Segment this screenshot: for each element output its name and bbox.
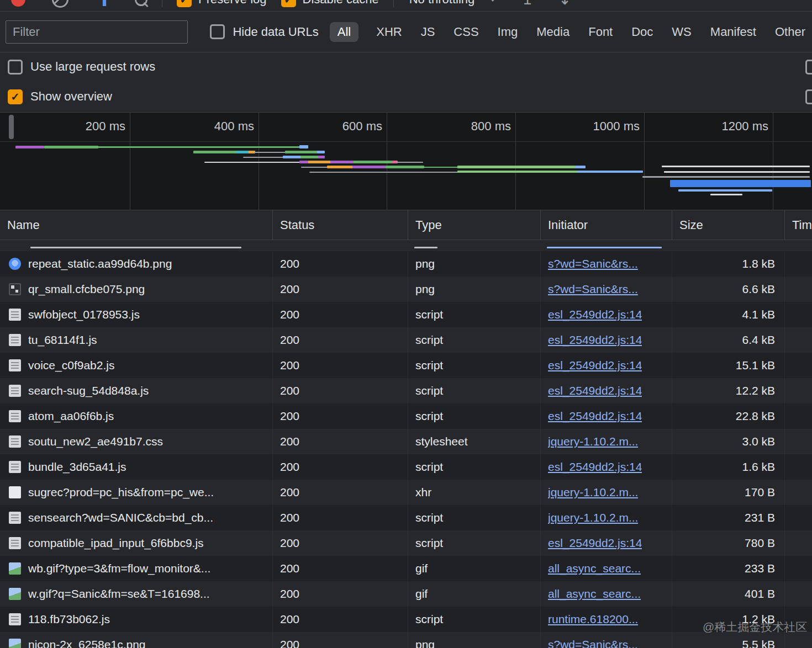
network-request-row[interactable]: search-sug_54d848a.js 200 script esl_254… — [0, 378, 812, 403]
overview[interactable]: 200 ms400 ms600 ms800 ms1000 ms1200 ms — [0, 112, 812, 210]
waterfall-bar — [642, 176, 810, 178]
request-time — [784, 353, 812, 378]
initiator-link[interactable]: esl_2549dd2.js:14 — [548, 460, 642, 474]
network-request-row[interactable]: w.gif?q=Sanic&fm=se&T=161698... 200 gif … — [0, 581, 812, 607]
initiator-link[interactable]: s?wd=Sanic&rs... — [548, 283, 638, 296]
file-type-icon — [9, 562, 21, 575]
network-request-row[interactable]: bundle_3d65a41.js 200 script esl_2549dd2… — [0, 454, 812, 480]
clear-icon[interactable] — [52, 0, 68, 8]
throttling-dropdown[interactable]: No throttling — [409, 0, 497, 7]
network-request-row[interactable]: swfobject_0178953.js 200 script esl_2549… — [0, 302, 812, 327]
file-type-icon — [9, 410, 21, 422]
network-request-row[interactable]: atom_aa06f6b.js 200 script esl_2549dd2.j… — [0, 403, 812, 429]
disable-cache-checkbox[interactable] — [281, 0, 296, 7]
column-header-tim[interactable]: Tim — [784, 210, 812, 240]
initiator-link[interactable]: s?wd=Sanic&rs... — [548, 638, 638, 648]
filter-bar: Hide data URLs AllXHRJSCSSImgMediaFontDo… — [0, 12, 812, 52]
overview-gridline — [773, 113, 773, 210]
network-request-row[interactable]: 118.fb73b062.js 200 script runtime.61820… — [0, 607, 812, 632]
file-type-icon — [9, 435, 21, 448]
filter-pill-img[interactable]: Img — [497, 22, 519, 42]
request-initiator-cell: s?wd=Sanic&rs... — [540, 251, 672, 277]
filter-input[interactable] — [6, 20, 188, 44]
waterfall-bar — [457, 166, 580, 168]
waterfall-bar — [299, 145, 308, 148]
request-type: script — [408, 302, 540, 327]
filter-pill-ws[interactable]: WS — [671, 22, 692, 42]
network-request-row[interactable]: sensearch?wd=SANIC&cb=bd_cb... 200 scrip… — [0, 505, 812, 530]
waterfall-bar — [317, 151, 325, 153]
overview-scroll-handle[interactable] — [9, 115, 14, 139]
request-name-cell: compatible_ipad_input_6f6bbc9.js — [0, 530, 272, 556]
record-button[interactable] — [11, 0, 25, 7]
filter-pill-manifest[interactable]: Manifest — [709, 22, 757, 42]
column-header-initiator[interactable]: Initiator — [540, 210, 672, 240]
initiator-link[interactable]: esl_2549dd2.js:14 — [548, 384, 642, 397]
import-har-icon[interactable]: ↥ — [521, 0, 534, 7]
initiator-link[interactable]: runtime.618200... — [548, 613, 638, 626]
preserve-log-checkbox[interactable] — [177, 0, 192, 7]
file-type-icon — [9, 486, 21, 498]
request-name: nicon-2x_6258e1c.png — [28, 638, 146, 648]
search-icon[interactable] — [135, 0, 147, 6]
initiator-link[interactable]: esl_2549dd2.js:14 — [548, 308, 642, 321]
column-header-size[interactable]: Size — [672, 210, 784, 240]
initiator-link[interactable]: jquery-1.10.2.m... — [548, 511, 638, 524]
preserve-log-label: Preserve log — [198, 0, 267, 7]
filter-pill-xhr[interactable]: XHR — [375, 22, 403, 42]
column-header-name[interactable]: Name — [0, 210, 272, 240]
request-name: w.gif?q=Sanic&fm=se&T=161698... — [28, 587, 210, 601]
clipped-name-text — [30, 247, 241, 248]
request-type: stylesheet — [408, 429, 540, 454]
request-initiator-cell: all_async_searc... — [540, 581, 672, 607]
show-overview-checkbox[interactable] — [8, 89, 23, 104]
network-request-row[interactable]: compatible_ipad_input_6f6bbc9.js 200 scr… — [0, 530, 812, 556]
filter-pill-media[interactable]: Media — [535, 22, 571, 42]
network-request-row[interactable]: voice_c0f9ab2.js 200 script esl_2549dd2.… — [0, 353, 812, 378]
hide-data-urls-checkbox[interactable] — [210, 24, 225, 39]
waterfall-bar — [236, 151, 250, 153]
network-request-row[interactable]: qr_small.cfcbe075.png 200 png s?wd=Sanic… — [0, 277, 812, 302]
filter-pill-css[interactable]: CSS — [452, 22, 479, 42]
request-status: 200 — [272, 251, 408, 277]
use-large-request-rows-checkbox[interactable] — [8, 60, 23, 75]
column-header-type[interactable]: Type — [408, 210, 540, 240]
initiator-link[interactable]: esl_2549dd2.js:14 — [548, 537, 642, 550]
filter-pill-all[interactable]: All — [330, 22, 358, 42]
initiator-link[interactable]: jquery-1.10.2.m... — [548, 486, 638, 499]
waterfall-bar — [285, 151, 319, 153]
initiator-link[interactable]: esl_2549dd2.js:14 — [548, 410, 642, 423]
initiator-link[interactable]: all_async_searc... — [548, 562, 641, 575]
network-request-row[interactable]: tu_68114f1.js 200 script esl_2549dd2.js:… — [0, 327, 812, 353]
initiator-link[interactable]: jquery-1.10.2.m... — [548, 435, 638, 448]
waterfall-bar — [15, 146, 44, 148]
filter-pill-doc[interactable]: Doc — [630, 22, 654, 42]
network-request-row[interactable]: nicon-2x_6258e1c.png 200 png s?wd=Sanic&… — [0, 632, 812, 648]
filter-pill-other[interactable]: Other — [774, 22, 806, 42]
export-har-icon[interactable]: ↧ — [558, 0, 571, 7]
request-time — [784, 607, 812, 632]
initiator-link[interactable]: all_async_searc... — [548, 587, 641, 601]
request-size: 22.8 kB — [672, 403, 784, 429]
column-header-status[interactable]: Status — [272, 210, 408, 240]
filter-toggle-icon[interactable] — [97, 0, 112, 6]
request-status: 200 — [272, 505, 408, 530]
request-initiator-cell: s?wd=Sanic&rs... — [540, 632, 672, 648]
request-size: 170 B — [672, 480, 784, 505]
network-request-row[interactable]: repeat_static.aa99d64b.png 200 png s?wd=… — [0, 251, 812, 277]
initiator-link[interactable]: s?wd=Sanic&rs... — [548, 257, 638, 270]
initiator-link[interactable]: esl_2549dd2.js:14 — [548, 359, 642, 372]
initiator-link[interactable]: esl_2549dd2.js:14 — [548, 333, 642, 347]
network-request-row[interactable]: sugrec?prod=pc_his&from=pc_we... 200 xhr… — [0, 480, 812, 505]
request-name-cell: swfobject_0178953.js — [0, 302, 272, 327]
network-request-row[interactable]: wb.gif?type=3&fm=flow_monitor&... 200 gi… — [0, 556, 812, 581]
network-request-row[interactable]: soutu_new2_ae491b7.css 200 stylesheet jq… — [0, 429, 812, 454]
request-name-cell: sensearch?wd=SANIC&cb=bd_cb... — [0, 505, 272, 530]
filter-pill-js[interactable]: JS — [420, 22, 436, 42]
file-type-icon — [9, 639, 21, 648]
cutoff-checkbox[interactable] — [805, 89, 812, 104]
ruler-divider — [0, 141, 812, 142]
filter-pill-font[interactable]: Font — [587, 22, 614, 42]
clipped-row[interactable] — [0, 240, 812, 251]
cutoff-checkbox[interactable] — [805, 60, 812, 75]
